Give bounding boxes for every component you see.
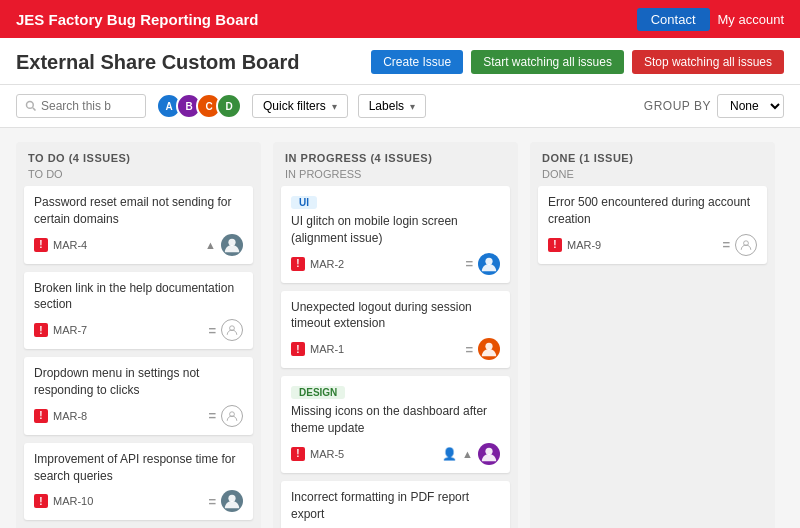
card-title: UI glitch on mobile login screen (alignm… <box>291 213 500 247</box>
card-id: MAR-1 <box>310 343 344 355</box>
bug-icon <box>291 257 305 271</box>
group-by-label: GROUP BY <box>644 99 711 113</box>
quick-filters-dropdown[interactable]: Quick filters <box>252 94 348 118</box>
priority-eq-icon: = <box>208 408 216 423</box>
avatar-empty <box>221 405 243 427</box>
card-id: MAR-2 <box>310 258 344 270</box>
card-title: Unexpected logout during session timeout… <box>291 299 500 333</box>
svg-point-6 <box>485 257 492 264</box>
table-row[interactable]: UIUI glitch on mobile login screen (alig… <box>281 186 510 283</box>
card-footer: MAR-10= <box>34 490 243 512</box>
page-header-buttons: Create Issue Start watching all issues S… <box>371 50 784 74</box>
avatar <box>221 234 243 256</box>
search-box[interactable] <box>16 94 146 118</box>
column-subtitle-done: DONE <box>542 168 763 180</box>
bug-icon <box>291 447 305 461</box>
card-title: Missing icons on the dashboard after the… <box>291 403 500 437</box>
priority-eq-icon: = <box>722 237 730 252</box>
group-by-select[interactable]: None <box>717 94 784 118</box>
person-icon: 👤 <box>442 447 457 461</box>
column-title-done: DONE (1 ISSUE) <box>542 152 763 164</box>
page-header-top: External Share Custom Board Create Issue… <box>16 50 784 74</box>
bug-icon <box>291 342 305 356</box>
card-title: Incorrect formatting in PDF report expor… <box>291 489 500 523</box>
top-header: JES Factory Bug Reporting Board Contact … <box>0 0 800 38</box>
filter-bar-left: A B C D Quick filters Labels <box>16 93 426 119</box>
filter-bar: A B C D Quick filters Labels GROUP BY No… <box>0 85 800 128</box>
contact-button[interactable]: Contact <box>637 8 710 31</box>
card-title: Password reset email not sending for cer… <box>34 194 243 228</box>
table-row[interactable]: Error 500 encountered during account cre… <box>538 186 767 264</box>
tag-design: DESIGN <box>291 386 345 399</box>
filter-bar-right: GROUP BY None <box>644 94 784 118</box>
bug-icon <box>34 238 48 252</box>
table-row[interactable]: Dropdown menu in settings not responding… <box>24 357 253 435</box>
priority-eq-icon: = <box>465 342 473 357</box>
avatar-empty <box>735 234 757 256</box>
app-title: JES Factory Bug Reporting Board <box>16 11 259 28</box>
column-subtitle-inprogress: IN PROGRESS <box>285 168 506 180</box>
svg-point-8 <box>485 447 492 454</box>
card-id: MAR-8 <box>53 410 87 422</box>
bug-icon <box>548 238 562 252</box>
svg-point-5 <box>228 495 235 502</box>
column-header-done: DONE (1 ISSUE)DONE <box>530 142 775 186</box>
column-cards-inprogress: UIUI glitch on mobile login screen (alig… <box>273 186 518 528</box>
bug-icon <box>34 409 48 423</box>
priority-eq-icon: = <box>208 494 216 509</box>
avatar <box>478 253 500 275</box>
card-id: MAR-7 <box>53 324 87 336</box>
priority-up-icon: ▲ <box>462 448 473 460</box>
start-watching-button[interactable]: Start watching all issues <box>471 50 624 74</box>
stop-watching-button[interactable]: Stop watching all issues <box>632 50 784 74</box>
column-inprogress: IN PROGRESS (4 ISSUES)IN PROGRESSUIUI gl… <box>273 142 518 528</box>
priority-eq-icon: = <box>208 323 216 338</box>
card-title: Improvement of API response time for sea… <box>34 451 243 485</box>
column-title-todo: TO DO (4 ISSUES) <box>28 152 249 164</box>
avatar <box>221 490 243 512</box>
column-cards-done: Error 500 encountered during account cre… <box>530 186 775 272</box>
page-title: External Share Custom Board <box>16 51 299 74</box>
table-row[interactable]: Unexpected logout during session timeout… <box>281 291 510 369</box>
search-icon <box>25 100 37 112</box>
card-footer: MAR-1= <box>291 338 500 360</box>
table-row[interactable]: DESIGNMissing icons on the dashboard aft… <box>281 376 510 473</box>
card-title: Broken link in the help documentation se… <box>34 280 243 314</box>
header-actions: Contact My account <box>637 8 784 31</box>
create-issue-button[interactable]: Create Issue <box>371 50 463 74</box>
avatar <box>478 443 500 465</box>
column-todo: TO DO (4 ISSUES)TO DOPassword reset emai… <box>16 142 261 528</box>
column-cards-todo: Password reset email not sending for cer… <box>16 186 261 528</box>
card-id: MAR-4 <box>53 239 87 251</box>
avatar <box>478 338 500 360</box>
page-header: External Share Custom Board Create Issue… <box>0 38 800 85</box>
card-title: Dropdown menu in settings not responding… <box>34 365 243 399</box>
card-footer: MAR-2= <box>291 253 500 275</box>
search-input[interactable] <box>41 99 131 113</box>
card-footer: MAR-8= <box>34 405 243 427</box>
avatar-empty <box>221 319 243 341</box>
my-account-link[interactable]: My account <box>718 12 784 27</box>
board: TO DO (4 ISSUES)TO DOPassword reset emai… <box>0 128 800 528</box>
column-done: DONE (1 ISSUE)DONEError 500 encountered … <box>530 142 775 528</box>
table-row[interactable]: Password reset email not sending for cer… <box>24 186 253 264</box>
svg-point-2 <box>228 238 235 245</box>
card-footer: MAR-4▲ <box>34 234 243 256</box>
avatar-4[interactable]: D <box>216 93 242 119</box>
card-footer: MAR-9= <box>548 234 757 256</box>
tag-ui: UI <box>291 196 317 209</box>
priority-up-icon: ▲ <box>205 239 216 251</box>
card-id: MAR-10 <box>53 495 93 507</box>
table-row[interactable]: Broken link in the help documentation se… <box>24 272 253 350</box>
svg-point-7 <box>485 343 492 350</box>
priority-eq-icon: = <box>465 256 473 271</box>
table-row[interactable]: Improvement of API response time for sea… <box>24 443 253 521</box>
table-row[interactable]: Incorrect formatting in PDF report expor… <box>281 481 510 528</box>
labels-dropdown[interactable]: Labels <box>358 94 426 118</box>
card-id: MAR-9 <box>567 239 601 251</box>
bug-icon <box>34 323 48 337</box>
card-title: Error 500 encountered during account cre… <box>548 194 757 228</box>
card-id: MAR-5 <box>310 448 344 460</box>
column-subtitle-todo: TO DO <box>28 168 249 180</box>
card-footer: MAR-7= <box>34 319 243 341</box>
